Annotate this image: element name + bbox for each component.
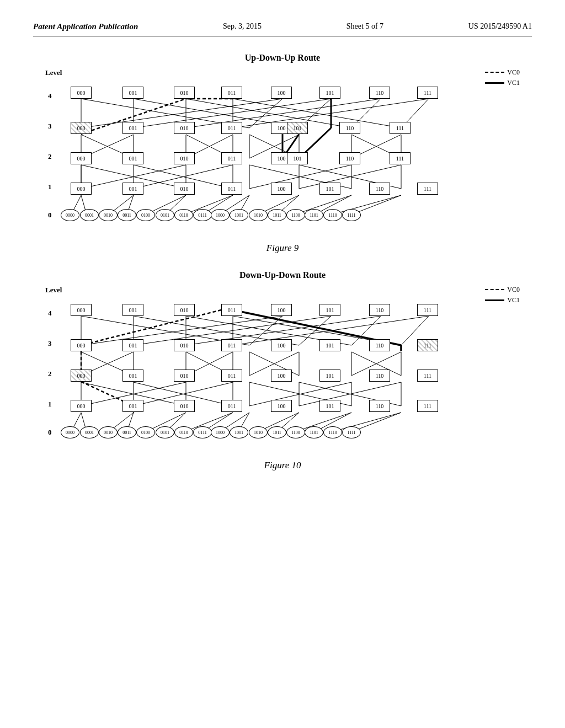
figure10-label: Figure 10 (33, 460, 532, 471)
n0-1000-fig10: 1000 (211, 426, 230, 438)
n0-1110-fig10: 1110 (323, 426, 342, 438)
n1-111-fig10: 111 (417, 400, 438, 412)
n3-110-fig10: 110 (369, 339, 390, 351)
n2-000-fig9: 000 (71, 152, 92, 164)
n1-001-fig10: 001 (122, 400, 143, 412)
n3-010-fig10: 010 (174, 339, 195, 351)
n1-010-fig9: 010 (174, 183, 195, 195)
page: Patent Application Publication Sep. 3, 2… (0, 0, 565, 728)
n0-1100-fig9: 1100 (286, 209, 305, 221)
n4-111-fig10: 111 (417, 304, 438, 316)
n0-1011-fig9: 1011 (268, 209, 286, 221)
n4-101-fig10: 101 (319, 304, 340, 316)
n4-011-fig10: 011 (221, 304, 242, 316)
n2-111-fig9: 111 (390, 152, 411, 164)
header-date: Sep. 3, 2015 (223, 22, 262, 31)
n1-101-fig10: 101 (319, 400, 340, 412)
n3-011-fig9: 011 (221, 122, 242, 134)
n0-0000-fig9: 0000 (61, 209, 79, 221)
n0-0001-fig10: 0001 (80, 426, 99, 438)
figure9-container: Up-Down-Up Route Level 4 3 2 1 0 VC0 VC1 (33, 53, 532, 254)
n0-0011-fig10: 0011 (118, 426, 136, 438)
n1-101-fig9: 101 (319, 183, 340, 195)
n2-010-fig10: 010 (174, 370, 195, 382)
figure10-title: Down-Up-Down Route (33, 270, 532, 280)
figure9-diagram: Level 4 3 2 1 0 VC0 VC1 (45, 68, 520, 239)
n0-0101-fig9: 0101 (156, 209, 174, 221)
n0-1001-fig10: 1001 (230, 426, 248, 438)
n4-111-fig9: 111 (417, 87, 438, 99)
n3-000-fig10: 000 (71, 339, 92, 351)
n0-1000-fig9: 1000 (211, 209, 230, 221)
n3-110-fig9: 110 (339, 122, 360, 134)
n1-100-fig10: 100 (271, 400, 292, 412)
n4-001-fig9: 001 (122, 87, 143, 99)
n1-111-fig9: 111 (417, 183, 438, 195)
n4-010-fig10: 010 (174, 304, 195, 316)
n2-001-fig9: 001 (122, 152, 143, 164)
n0-1001-fig9: 1001 (230, 209, 248, 221)
n3-111-fig10: 111 (417, 339, 438, 351)
n2-010-fig9: 010 (174, 152, 195, 164)
n1-110-fig10: 110 (369, 400, 390, 412)
n1-011-fig10: 011 (221, 400, 242, 412)
figure10-diagram: Level 4 3 2 1 0 VC0 VC1 (45, 286, 520, 457)
n2-000-fig10: 000 (71, 370, 92, 382)
n4-110-fig10: 110 (369, 304, 390, 316)
n3-000-fig9: 000 (71, 122, 92, 134)
n0-0111-fig9: 0111 (193, 209, 212, 221)
n3-101-fig10: 101 (319, 339, 340, 351)
n0-0101-fig10: 0101 (156, 426, 174, 438)
n3-101-fig9: 101 (287, 122, 308, 134)
n2-011-fig9: 011 (221, 152, 242, 164)
n0-0001-fig9: 0001 (80, 209, 99, 221)
n1-110-fig9: 110 (369, 183, 390, 195)
n2-011-fig10: 011 (221, 370, 242, 382)
n1-000-fig10: 000 (71, 400, 92, 412)
n4-110-fig9: 110 (369, 87, 390, 99)
n0-1010-fig9: 1010 (249, 209, 268, 221)
header-sheet: Sheet 5 of 7 (347, 22, 383, 31)
n2-101-fig9: 101 (287, 152, 308, 164)
header-patent: US 2015/249590 A1 (468, 22, 532, 31)
n2-100-fig10: 100 (271, 370, 292, 382)
n0-1010-fig10: 1010 (249, 426, 268, 438)
n3-011-fig10: 011 (221, 339, 242, 351)
n0-0010-fig10: 0010 (99, 426, 118, 438)
n3-010-fig9: 010 (174, 122, 195, 134)
n0-1110-fig9: 1110 (323, 209, 342, 221)
n4-000-fig10: 000 (71, 304, 92, 316)
svg-line-7 (233, 99, 401, 128)
n4-011-fig9: 011 (221, 87, 242, 99)
figure9-title: Up-Down-Up Route (33, 53, 532, 63)
n1-010-fig10: 010 (174, 400, 195, 412)
figure10-container: Down-Up-Down Route Level 4 3 2 1 0 VC0 V… (33, 270, 532, 471)
n4-000-fig9: 000 (71, 87, 92, 99)
n3-100-fig10: 100 (271, 339, 292, 351)
n2-110-fig10: 110 (369, 370, 390, 382)
n0-0110-fig10: 0110 (174, 426, 193, 438)
n4-101-fig9: 101 (319, 87, 340, 99)
n1-100-fig9: 100 (271, 183, 292, 195)
n0-0011-fig9: 0011 (118, 209, 136, 221)
n3-111-fig9: 111 (390, 122, 411, 134)
n2-110-fig9: 110 (339, 152, 360, 164)
n2-101-fig10: 101 (319, 370, 340, 382)
n0-1100-fig10: 1100 (286, 426, 305, 438)
n0-1101-fig9: 1101 (305, 209, 323, 221)
figure9-label: Figure 9 (33, 243, 532, 254)
n1-000-fig9: 000 (71, 183, 92, 195)
n0-0111-fig10: 0111 (193, 426, 212, 438)
n1-011-fig9: 011 (221, 183, 242, 195)
n0-0010-fig9: 0010 (99, 209, 118, 221)
n0-0000-fig10: 0000 (61, 426, 79, 438)
n2-111-fig10: 111 (417, 370, 438, 382)
n0-0110-fig9: 0110 (174, 209, 193, 221)
n4-010-fig9: 010 (174, 87, 195, 99)
n0-1111-fig9: 1111 (342, 209, 361, 221)
n0-1111-fig10: 1111 (342, 426, 361, 438)
n2-001-fig10: 001 (122, 370, 143, 382)
n3-001-fig10: 001 (122, 339, 143, 351)
n0-0100-fig9: 0100 (136, 209, 155, 221)
n4-100-fig9: 100 (271, 87, 292, 99)
